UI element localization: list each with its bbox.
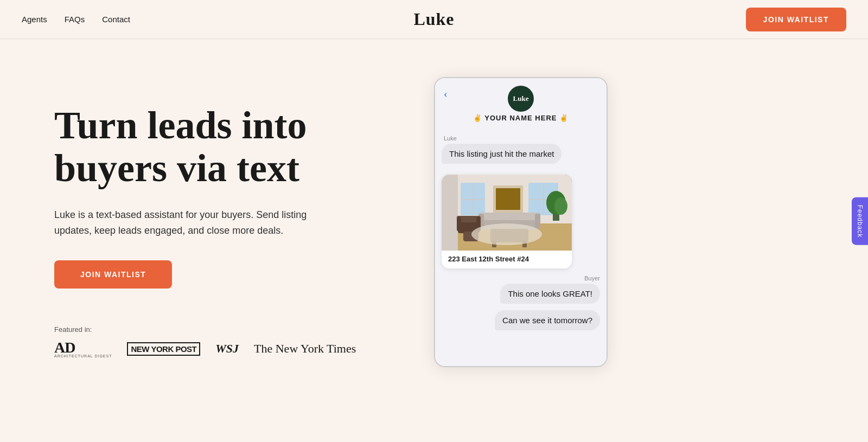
chat-sender-buyer: Buyer <box>584 275 600 281</box>
hero-heading: Turn leads into buyers via text <box>54 104 401 190</box>
listing-address: 223 East 12th Street #24 <box>442 251 572 268</box>
main-content: Turn leads into buyers via text Luke is … <box>0 39 868 440</box>
logo-nyp: NEW YORK POST <box>127 342 200 356</box>
navbar: Agents FAQs Contact Luke JOIN WAITLIST <box>0 0 868 39</box>
logo-nyt: The New York Times <box>254 342 356 356</box>
chat-listing-card-row: 223 East 12th Street #24 <box>442 170 600 273</box>
svg-rect-2 <box>442 175 458 251</box>
chat-sender-luke: Luke <box>444 135 457 142</box>
feedback-widget[interactable]: Feedback <box>852 197 868 245</box>
nav-agents[interactable]: Agents <box>22 15 47 24</box>
logo-wsj: WSJ <box>215 342 239 356</box>
svg-rect-10 <box>496 188 520 210</box>
listing-room-svg <box>442 175 572 251</box>
svg-rect-5 <box>461 199 485 200</box>
phone-back-button[interactable]: ‹ <box>444 88 448 100</box>
chat-bubble-listing-hit: This listing just hit the market <box>442 144 561 164</box>
nav-cta: JOIN WAITLIST <box>746 8 846 31</box>
svg-rect-15 <box>478 213 540 220</box>
phone-chat: Luke This listing just hit the market <box>435 127 607 366</box>
phone-header: ‹ Luke ✌️ YOUR NAME HERE ✌️ <box>435 78 607 127</box>
svg-rect-17 <box>535 214 540 229</box>
phone-avatar-text: Luke <box>513 94 529 103</box>
hero-heading-line1: Turn leads into <box>54 104 307 147</box>
hero-join-button[interactable]: JOIN WAITLIST <box>54 260 172 289</box>
chat-row-luke-label: Luke This listing just hit the market <box>442 135 600 168</box>
hero-left: Turn leads into buyers via text Luke is … <box>54 72 401 358</box>
listing-image <box>442 175 572 251</box>
phone-mockup-container: ‹ Luke ✌️ YOUR NAME HERE ✌️ Luke This li… <box>434 77 618 367</box>
phone-mockup: ‹ Luke ✌️ YOUR NAME HERE ✌️ Luke This li… <box>434 77 608 367</box>
svg-point-26 <box>471 223 542 245</box>
chat-bubble-buyer1: This one looks GREAT! <box>500 284 600 304</box>
featured-logos: AD ARCHITECTURAL DIGEST NEW YORK POST WS… <box>54 340 401 358</box>
phone-avatar: Luke <box>508 86 534 112</box>
featured-label: Featured in: <box>54 325 401 334</box>
chat-row-buyer: Buyer This one looks GREAT! <box>442 275 600 308</box>
listing-card[interactable]: 223 East 12th Street #24 <box>442 175 572 268</box>
svg-rect-23 <box>457 217 461 231</box>
chat-bubble-buyer2: Can we see it tomorrow? <box>495 310 600 330</box>
nav-join-button[interactable]: JOIN WAITLIST <box>746 8 846 31</box>
featured-section: Featured in: AD ARCHITECTURAL DIGEST NEW… <box>54 325 401 358</box>
chat-row-buyer2: Can we see it tomorrow? <box>442 310 600 335</box>
logo-ad: AD ARCHITECTURAL DIGEST <box>54 340 112 358</box>
hero-heading-line2: buyers via text <box>54 146 299 190</box>
nav-contact[interactable]: Contact <box>102 15 130 24</box>
phone-contact-name: ✌️ YOUR NAME HERE ✌️ <box>473 114 569 122</box>
site-logo: Luke <box>413 9 454 29</box>
nav-faqs[interactable]: FAQs <box>65 15 85 24</box>
svg-point-13 <box>554 197 567 215</box>
nav-links: Agents FAQs Contact <box>22 15 130 24</box>
hero-subtext: Luke is a text-based assistant for your … <box>54 207 336 239</box>
